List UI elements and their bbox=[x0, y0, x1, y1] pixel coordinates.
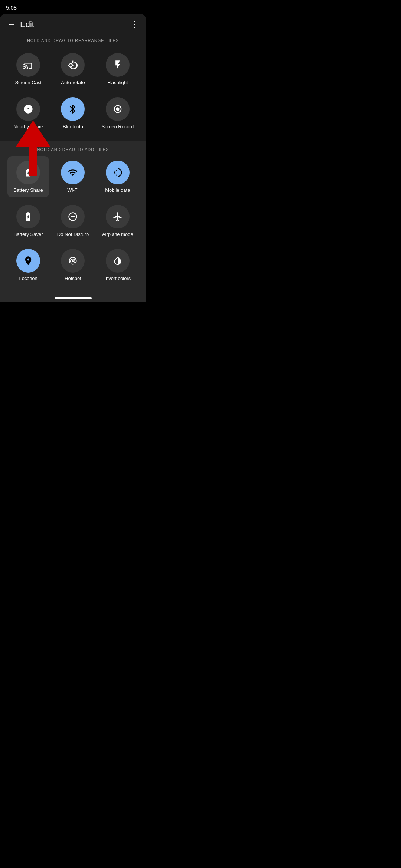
battery-share-icon bbox=[16, 161, 40, 184]
header: ← Edit ⋮ bbox=[0, 14, 146, 35]
tile-flashlight[interactable]: Flashlight bbox=[97, 49, 138, 90]
tile-screen-record[interactable]: Screen Record bbox=[97, 93, 138, 134]
flashlight-icon bbox=[106, 53, 130, 77]
top-section: HOLD AND DRAG TO REARRANGE TILES Screen … bbox=[0, 35, 146, 141]
hotspot-icon bbox=[61, 249, 85, 273]
home-bar bbox=[55, 297, 92, 299]
svg-point-1 bbox=[116, 107, 119, 111]
auto-rotate-icon bbox=[61, 53, 85, 77]
tile-auto-rotate[interactable]: Auto-rotate bbox=[52, 49, 94, 90]
screen-cast-label: Screen Cast bbox=[15, 80, 42, 85]
more-button[interactable]: ⋮ bbox=[130, 20, 138, 29]
tile-invert-colors[interactable]: Invert colors bbox=[97, 244, 138, 286]
tile-airplane-mode[interactable]: Airplane mode bbox=[97, 200, 138, 241]
dnd-icon bbox=[61, 205, 85, 228]
page-title: Edit bbox=[20, 20, 130, 29]
wifi-label: Wi-Fi bbox=[67, 187, 78, 193]
bluetooth-icon bbox=[61, 97, 85, 121]
auto-rotate-label: Auto-rotate bbox=[61, 80, 85, 85]
screen-record-label: Screen Record bbox=[101, 124, 134, 129]
tile-battery-share[interactable]: Battery Share bbox=[7, 156, 49, 197]
nearby-share-icon bbox=[16, 97, 40, 121]
back-button[interactable]: ← bbox=[7, 20, 16, 29]
location-icon bbox=[16, 249, 40, 273]
nearby-share-label: Nearby Share bbox=[13, 124, 43, 129]
tile-hotspot[interactable]: Hotspot bbox=[52, 244, 94, 286]
screen-cast-icon bbox=[16, 53, 40, 77]
battery-saver-label: Battery Saver bbox=[14, 231, 43, 237]
bottom-tiles-grid: Battery Share Wi-Fi Mobile data bbox=[0, 156, 146, 286]
mobile-data-label: Mobile data bbox=[105, 187, 130, 193]
home-indicator bbox=[0, 293, 146, 302]
tile-do-not-disturb[interactable]: Do Not Disturb bbox=[52, 200, 94, 241]
invert-colors-icon bbox=[106, 249, 130, 273]
flashlight-label: Flashlight bbox=[107, 80, 128, 85]
top-tiles-grid: Screen Cast Auto-rotate Flashlight bbox=[0, 49, 146, 134]
tile-battery-saver[interactable]: Battery Saver bbox=[7, 200, 49, 241]
tile-screen-cast[interactable]: Screen Cast bbox=[7, 49, 49, 90]
location-label: Location bbox=[19, 276, 38, 281]
bottom-section: HOLD AND DRAG TO ADD TILES Battery Share bbox=[0, 141, 146, 293]
screen-record-icon bbox=[106, 97, 130, 121]
status-bar: 5:08 bbox=[0, 0, 146, 14]
main-container: ← Edit ⋮ HOLD AND DRAG TO REARRANGE TILE… bbox=[0, 14, 146, 302]
tile-bluetooth[interactable]: Bluetooth bbox=[52, 93, 94, 134]
tile-wifi[interactable]: Wi-Fi bbox=[52, 156, 94, 197]
tile-nearby-share[interactable]: Nearby Share bbox=[7, 93, 49, 134]
hotspot-label: Hotspot bbox=[65, 276, 81, 281]
wifi-icon bbox=[61, 161, 85, 184]
invert-colors-label: Invert colors bbox=[104, 276, 131, 281]
bottom-section-label: HOLD AND DRAG TO ADD TILES bbox=[0, 141, 146, 156]
battery-saver-icon bbox=[16, 205, 40, 228]
airplane-mode-label: Airplane mode bbox=[102, 231, 133, 237]
top-section-label: HOLD AND DRAG TO REARRANGE TILES bbox=[0, 35, 146, 49]
bluetooth-label: Bluetooth bbox=[63, 124, 83, 129]
dnd-label: Do Not Disturb bbox=[57, 231, 89, 237]
airplane-mode-icon bbox=[106, 205, 130, 228]
battery-share-label: Battery Share bbox=[13, 187, 43, 193]
mobile-data-icon bbox=[106, 161, 130, 184]
tile-location[interactable]: Location bbox=[7, 244, 49, 286]
tile-mobile-data[interactable]: Mobile data bbox=[97, 156, 138, 197]
status-time: 5:08 bbox=[6, 4, 17, 11]
